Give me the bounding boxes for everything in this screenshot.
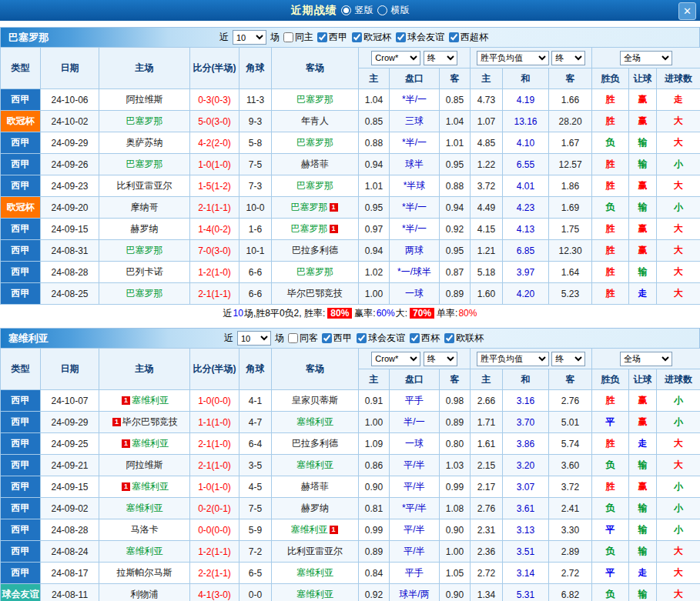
same-venue-checkbox[interactable] (283, 32, 293, 42)
team-name: 马洛卡 (131, 524, 159, 535)
corner-score: 6-6 (239, 283, 272, 305)
odds-final-select[interactable]: 终 (424, 352, 457, 366)
match-score: 0-0(0-0) (190, 519, 239, 541)
opponent-team-cell: 巴拉多利德 (272, 240, 359, 262)
league-type-cell: 欧冠杯 (1, 111, 41, 132)
avg-draw: 13.16 (503, 111, 549, 132)
result-handicap: 输 (629, 154, 657, 175)
league-checkbox[interactable] (317, 32, 327, 42)
odds-company-select[interactable]: Crow* (371, 352, 420, 366)
league-filter[interactable]: 球会友谊 (357, 332, 405, 345)
odds-handicap: 平手 (390, 390, 440, 412)
result-outcome: 平 (592, 412, 629, 433)
avg-draw: 3.16 (503, 390, 549, 412)
near-label: 近 (219, 31, 229, 44)
team-name: 拉斯帕尔马斯 (117, 567, 172, 578)
match-count-select[interactable]: 10 (237, 331, 271, 346)
avg-home: 1.07 (471, 111, 503, 132)
match-score: 2-2(1-1) (190, 563, 239, 584)
match-score: 0-2(0-1) (190, 498, 239, 519)
team-name-title: 巴塞罗那 (1, 31, 101, 45)
league-filters: 西甲欧冠杯球会友谊西超杯 (317, 31, 488, 44)
league-checkbox[interactable] (322, 333, 332, 343)
league-type-cell: 西甲 (1, 154, 41, 175)
result-handicap: 输 (629, 541, 657, 563)
league-type-cell: 西甲 (1, 240, 41, 262)
scope-select[interactable]: 全场 (620, 352, 672, 366)
result-outcome: 负 (592, 541, 629, 563)
red-card-badge: 1 (122, 439, 130, 448)
result-goals: 小 (657, 154, 700, 175)
same-venue-filter[interactable]: 同主 (283, 31, 313, 44)
team-section-sevilla: 塞维利亚 近 10 场 同客 西甲球会友谊西杯欧联杯 类型 日期 主场 比分(半… (0, 328, 700, 601)
result-outcome: 负 (592, 584, 629, 601)
result-handicap: 赢 (629, 175, 657, 197)
avg-away: 3.72 (549, 476, 592, 498)
red-card-badge: 1 (112, 418, 121, 426)
team-name: 塞维利亚 (296, 589, 333, 599)
filter-bar: 近 10 场 同主 西甲欧冠杯球会友谊西超杯 (219, 30, 581, 45)
league-filter[interactable]: 西杯 (410, 332, 440, 345)
league-checkbox[interactable] (357, 333, 367, 343)
avg-home: 2.17 (471, 476, 503, 498)
result-goals: 大 (657, 219, 700, 240)
games-label: 场 (275, 332, 284, 345)
avg-draw: 6.85 (503, 240, 549, 262)
league-checkbox[interactable] (444, 333, 454, 343)
league-checkbox[interactable] (352, 32, 362, 42)
avg-draw: 4.23 (503, 197, 549, 219)
match-count-select[interactable]: 10 (233, 30, 266, 45)
odds-home: 0.97 (359, 219, 390, 240)
same-venue-checkbox[interactable] (288, 333, 298, 343)
match-score: 1-1(1-0) (190, 412, 239, 433)
odds-handicap: *平/半 (390, 498, 440, 519)
opponent-team-cell: 马洛卡 (99, 519, 190, 541)
league-label: 球会友谊 (368, 332, 405, 345)
corner-score: 4-1 (239, 390, 272, 412)
league-checkbox[interactable] (396, 32, 406, 42)
avg-away: 12.57 (549, 154, 592, 175)
match-score: 2-1(1-1) (190, 283, 239, 305)
league-filter[interactable]: 西超杯 (449, 31, 488, 44)
same-venue-filter[interactable]: 同客 (288, 332, 318, 345)
team-name: 塞维利亚 (126, 546, 163, 556)
league-filter[interactable]: 西甲 (317, 31, 347, 44)
result-goals: 小 (657, 498, 700, 519)
odds-handicap: 平/半 (390, 519, 440, 541)
avg-select[interactable]: 胜平负均值 (477, 51, 549, 65)
league-filter[interactable]: 欧联杯 (444, 332, 484, 345)
avg-draw: 3.97 (503, 262, 549, 283)
close-button[interactable]: ✕ (678, 2, 696, 20)
red-card-badge: 1 (330, 526, 338, 534)
corner-score: 5-8 (239, 132, 272, 154)
odds-handicap: 球半/两 (390, 584, 440, 601)
result-outcome: 负 (592, 455, 629, 476)
result-goals: 大 (657, 262, 700, 283)
league-checkbox[interactable] (410, 333, 420, 343)
team-name: 巴塞罗那 (296, 180, 333, 191)
horizontal-layout-radio[interactable] (377, 5, 387, 15)
avg-select[interactable]: 胜平负均值 (477, 352, 549, 366)
odds-company-select[interactable]: Crow* (371, 51, 420, 65)
match-score: 2-1(1-0) (190, 433, 239, 455)
odds-handicap: *半/一 (390, 219, 440, 240)
corner-score: 7-5 (239, 154, 272, 175)
avg-draw: 4.19 (503, 89, 549, 111)
odds-final-select[interactable]: 终 (424, 51, 457, 65)
scope-select[interactable]: 全场 (620, 51, 672, 65)
match-date: 24-09-21 (41, 455, 99, 476)
league-filter[interactable]: 欧冠杯 (352, 31, 391, 44)
odds-home: 0.89 (359, 541, 390, 563)
league-filter[interactable]: 球会友谊 (396, 31, 444, 44)
vertical-layout-radio[interactable] (341, 5, 351, 15)
avg-final-select[interactable]: 终 (551, 51, 585, 65)
league-checkbox[interactable] (449, 32, 459, 42)
avg-final-select[interactable]: 终 (551, 352, 585, 366)
red-card-badge: 1 (330, 203, 338, 212)
result-goals: 大 (657, 455, 700, 476)
avg-home: 1.61 (471, 433, 503, 455)
league-filter[interactable]: 西甲 (322, 332, 352, 345)
odds-handicap: *一/球半 (390, 262, 440, 283)
avg-home: 5.18 (471, 262, 503, 283)
match-row: 西甲24-10-06阿拉维斯0-3(0-3)11-3巴塞罗那1.04*半/一0.… (1, 89, 700, 111)
